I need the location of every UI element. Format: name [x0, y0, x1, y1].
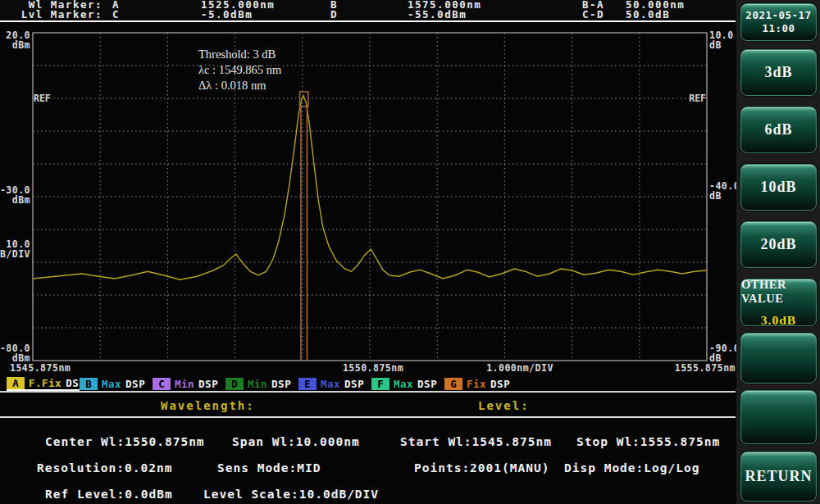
lvl-marker-label: Lvl Marker:	[0, 10, 112, 20]
sens-mode-readout: Sens Mode:MID	[217, 461, 321, 474]
trace-e-mode: Max	[321, 378, 340, 390]
trace-f-swatch: F	[371, 378, 390, 390]
trace-b-mode: Max	[102, 378, 121, 390]
disp-mode-readout: Disp Mode:Log/Log	[564, 461, 699, 474]
wavelength-section-label: Wavelength:	[161, 399, 255, 412]
marker-c-value: -5.0dBm	[201, 10, 330, 20]
marker-c-key: C	[112, 10, 201, 20]
date-text: 2021-05-17	[745, 9, 811, 22]
osa-screen: Wl Marker: A 1525.000nm B 1575.000nm B-A…	[0, 0, 820, 504]
marker-cd-key: C-D	[582, 10, 626, 20]
trace-d-swatch: D	[226, 378, 244, 390]
other-value-amount: 3.0dB	[761, 313, 796, 328]
trace-f-dsp: DSP	[417, 378, 437, 390]
lvl-marker-row: Lvl Marker: C -5.0dBm D -55.0dBm C-D 50.…	[0, 10, 736, 20]
trace-b-selector[interactable]: B Max DSP	[80, 376, 153, 391]
annotation-lambda-c: λc : 1549.865 nm	[198, 63, 282, 76]
trace-c-swatch: C	[153, 378, 171, 390]
ref-label-right: REF	[689, 93, 706, 104]
softkey-20db[interactable]: 20dB	[740, 221, 817, 268]
span-wl-readout: Span Wl:10.000nm	[232, 435, 360, 448]
legend-separator	[0, 391, 736, 393]
softkey-return[interactable]: RETURN	[740, 452, 817, 502]
trace-b-dsp: DSP	[125, 378, 145, 390]
trace-c-selector[interactable]: C Min DSP	[153, 376, 226, 391]
trace-b-swatch: B	[80, 378, 98, 390]
topbar-separator	[0, 20, 736, 22]
annotation-threshold: Threshold: 3 dB	[198, 48, 276, 61]
trace-c-mode: Min	[175, 378, 194, 390]
yaxis-right-top-unit: dB	[709, 39, 722, 51]
trace-f-selector[interactable]: F Max DSP	[371, 376, 444, 391]
marker-b-key: B	[330, 0, 408, 10]
marker-a-key: A	[112, 0, 201, 10]
other-value-label: OTHER VALUE	[741, 278, 816, 306]
trace-g-swatch: G	[444, 378, 462, 390]
trace-a-mode: F.Fix	[29, 377, 61, 389]
yaxis-left-mid-unit: dBm	[12, 194, 30, 206]
trace-e-selector[interactable]: E Max DSP	[298, 376, 371, 391]
yaxis-left-scale-unit: dB/DIV	[0, 248, 30, 260]
marker-d-value: -55.0dBm	[408, 10, 582, 20]
header-separator	[0, 416, 736, 418]
points-readout: Points:2001(MANU)	[414, 461, 549, 474]
softkey-blank-1[interactable]	[740, 333, 817, 384]
softkey-6db[interactable]: 6dB	[740, 107, 817, 153]
datetime-button[interactable]: 2021-05-17 11:00	[740, 3, 817, 41]
yaxis-right-mid-unit: dB	[709, 190, 722, 202]
trace-d-selector[interactable]: D Min DSP	[226, 376, 298, 391]
trace-a-selector[interactable]: A F.Fix DSP	[7, 376, 80, 391]
grid-lines	[33, 33, 707, 361]
ref-label-left: REF	[34, 93, 51, 104]
center-wl-readout: Center Wl:1550.875nm	[45, 435, 205, 448]
annotation-delta-lambda: Δλ : 0.018 nm	[198, 79, 266, 92]
ref-level-readout: Ref Level:0.0dBm	[45, 488, 173, 501]
softkey-10db[interactable]: 10dB	[740, 164, 817, 211]
trace-d-mode: Min	[248, 378, 267, 390]
trace-e-swatch: E	[298, 378, 317, 390]
xaxis-scale: 1.000nm/DIV	[486, 362, 554, 374]
stop-wl-readout: Stop Wl:1555.875nm	[576, 435, 720, 448]
yaxis-left-top-unit: dBm	[12, 39, 30, 51]
resolution-readout: Resolution:0.02nm	[37, 461, 172, 474]
peak-marker-lines	[299, 92, 308, 361]
time-text: 11:00	[762, 22, 795, 35]
trace-g-selector[interactable]: G Fix DSP	[444, 376, 517, 391]
marker-d-key: D	[330, 10, 408, 20]
trace-a-swatch: A	[7, 377, 25, 389]
marker-readout-bar: Wl Marker: A 1525.000nm B 1575.000nm B-A…	[0, 0, 736, 20]
start-wl-readout: Start Wl:1545.875nm	[400, 435, 552, 448]
softkey-other-value[interactable]: OTHER VALUE 3.0dB	[740, 279, 817, 326]
level-section-label: Level:	[478, 399, 530, 412]
trace-g-mode: Fix	[467, 378, 486, 390]
marker-cd-value: 50.0dB	[626, 10, 736, 20]
xaxis-start: 1545.875nm	[10, 362, 71, 374]
spectrum-plot-svg: 20.0 dBm -30.0 dBm 10.0 dB/DIV -80.0 dBm…	[0, 25, 738, 375]
xaxis-stop: 1555.875nm	[675, 362, 736, 374]
softkey-blank-2[interactable]	[740, 390, 817, 444]
trace-d-dsp: DSP	[271, 378, 291, 390]
xaxis-center: 1550.875nm	[343, 362, 403, 374]
softkey-sidebar: 2021-05-17 11:00 3dB 6dB 10dB 20dB OTHER…	[736, 0, 820, 504]
trace-c-dsp: DSP	[198, 378, 218, 390]
level-scale-readout: Level Scale:10.0dB/DIV	[203, 488, 379, 501]
trace-f-mode: Max	[394, 378, 413, 390]
trace-g-dsp: DSP	[490, 378, 510, 390]
softkey-3db[interactable]: 3dB	[740, 49, 817, 96]
trace-e-dsp: DSP	[344, 378, 364, 390]
trace-legend: A F.Fix DSP B Max DSP C Min DSP D Min DS…	[7, 376, 517, 391]
spectrum-plot: 20.0 dBm -30.0 dBm 10.0 dB/DIV -80.0 dBm…	[0, 25, 738, 375]
